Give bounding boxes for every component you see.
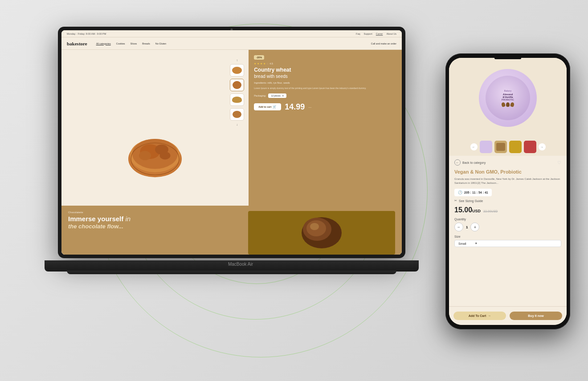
header-phone: Call and make an order +00 54... — [371, 42, 396, 45]
thumb-img-2 — [496, 143, 505, 151]
brand-label: Bakery — [504, 89, 512, 92]
product-title-bold: Country wheat — [254, 67, 291, 73]
thumb-arrow-down[interactable]: ↓ — [236, 123, 238, 126]
quantity-label: Quantity — [454, 218, 561, 221]
nut-2 — [506, 102, 510, 107]
price-row: 15.00USD 22.00USD — [454, 206, 561, 214]
phone-back-row: ← Back to category ♡ — [454, 159, 561, 166]
add-to-cart-button[interactable]: Add to cart 🛒 — [254, 103, 281, 110]
product-thumbnails: ↑ — [230, 59, 244, 126]
packaging-value: 12 pieces — [271, 94, 280, 97]
size-chevron: ▾ — [475, 242, 477, 245]
thumbnail-1[interactable] — [230, 64, 244, 77]
phone-add-cart-label: Add To Cart — [469, 314, 486, 317]
sizing-row[interactable]: ✂ See Sizing Guide — [454, 199, 561, 203]
star-1: ★ — [254, 62, 256, 65]
phone-screen: Bakery Almond &Vanilla PROBIOTIC — [449, 58, 567, 325]
back-to-category-btn[interactable]: ← Back to category — [454, 159, 486, 166]
topbar-faq[interactable]: Faq — [356, 32, 360, 35]
nav-slices[interactable]: Slices — [131, 42, 137, 45]
website: Monday - Friday: 8:00 AM - 9:00 PM Faq S… — [61, 30, 402, 255]
quantity-row: − 1 + — [454, 223, 561, 231]
size-label: Size — [454, 235, 561, 238]
site-bottom: Chocolaterie Immerse yourself in the cho… — [61, 206, 402, 255]
packaging-chevron: ▾ — [282, 94, 284, 97]
quantity-increase-button[interactable]: + — [470, 223, 479, 231]
product-price: 14.99 — [285, 102, 305, 112]
site-topbar: Monday - Friday: 8:00 AM - 9:00 PM Faq S… — [61, 30, 402, 37]
phone-thumb-4[interactable] — [524, 141, 536, 153]
laptop-device: Monday - Friday: 8:00 AM - 9:00 PM Faq S… — [58, 27, 423, 338]
phone-thumb-3[interactable] — [509, 141, 522, 153]
buy-now-label: Buy it now — [528, 314, 543, 317]
back-label: Back to category — [462, 161, 486, 164]
topbar-carrer[interactable]: Carrer — [376, 32, 383, 35]
laptop-screen-frame: Monday - Friday: 8:00 AM - 9:00 PM Faq S… — [58, 27, 405, 258]
topbar-about[interactable]: About Us — [386, 32, 396, 35]
product-ingredients: Ingredients: milk, rye flour, seeds — [254, 81, 396, 84]
bottom-title-bold: Immerse yourself — [68, 215, 123, 223]
price-value: 15.00 — [454, 206, 472, 214]
star-3: ★ — [260, 62, 262, 65]
nav-breads[interactable]: Breads — [142, 42, 150, 45]
product-type: PROBIOTIC — [502, 98, 514, 101]
laptop-label: MacBook Air — [228, 262, 253, 267]
product-stars: ★ ★ ★ ★ ☆ 4.5 — [254, 62, 396, 65]
size-select[interactable]: Small ▾ — [454, 240, 561, 247]
packaging-row: Packaging: 12 pieces ▾ — [254, 93, 396, 98]
scene: Monday - Friday: 8:00 AM - 9:00 PM Faq S… — [0, 0, 588, 381]
nav-cookies[interactable]: Cookies — [116, 42, 125, 45]
phone-product-body: ← Back to category ♡ Vegan & Non GMO, Pr… — [449, 156, 567, 306]
phone-product-image: Bakery Almond &Vanilla PROBIOTIC — [479, 69, 537, 127]
bread-illustration — [122, 126, 188, 179]
thumb-next-arrow[interactable]: → — [539, 143, 546, 150]
nav-all-categories[interactable]: All categories — [96, 42, 111, 45]
thumb-img-3 — [511, 142, 520, 151]
star-2: ★ — [257, 62, 259, 65]
thumbnail-2[interactable] — [230, 79, 244, 91]
phone-thumbnails-row: ← → — [449, 138, 567, 156]
site-nav: All categories Cookies Slices Breads No … — [96, 42, 371, 45]
buy-now-button[interactable]: Buy it now — [510, 312, 562, 320]
scissors-icon: ✂ — [454, 199, 457, 203]
phone-add-to-cart-button[interactable]: Add To Cart → — [453, 312, 506, 320]
bottom-category: Chocolaterie — [68, 211, 248, 214]
topbar-nav: Faq Support Carrer About Us — [356, 32, 396, 35]
phone-body: Bakery Almond &Vanilla PROBIOTIC — [445, 53, 570, 329]
phone-notch — [494, 57, 521, 59]
bottom-title-italic: in — [125, 215, 131, 223]
phone-label: Call and make an order — [371, 42, 396, 45]
thumb-img-4 — [526, 142, 535, 151]
thumbnail-3[interactable] — [230, 93, 244, 106]
phone-thumb-1[interactable] — [480, 141, 492, 153]
bottom-right-image — [248, 211, 395, 255]
countdown-time: 205 : 11 : 54 : 41 — [464, 191, 488, 194]
cart-icon: 🛒 — [273, 105, 277, 109]
chocolate-illustration — [295, 215, 348, 251]
nut-3 — [510, 102, 514, 107]
clock-icon: 🕐 — [458, 190, 462, 195]
quantity-decrease-button[interactable]: − — [454, 223, 463, 231]
site-logo[interactable]: bakestore — [67, 41, 87, 46]
thumb-arrow-up[interactable]: ↑ — [236, 59, 238, 62]
laptop-screen: Monday - Friday: 8:00 AM - 9:00 PM Faq S… — [61, 30, 402, 255]
product-title-regular: bread with seeds — [254, 74, 288, 79]
add-to-cart-label: Add to cart — [258, 105, 271, 108]
nuts-row — [502, 102, 514, 107]
site-header: bakestore All categories Cookies Slices … — [61, 37, 402, 50]
topbar-hours: Monday - Friday: 8:00 AM - 9:00 PM — [67, 32, 106, 35]
countdown-row: 🕐 205 : 11 : 54 : 41 — [454, 189, 492, 196]
thumbnail-4[interactable] — [230, 108, 244, 121]
laptop-foot — [67, 271, 396, 274]
add-to-cart-row: Add to cart 🛒 14.99 — — [254, 102, 396, 112]
topbar-support[interactable]: Support — [364, 32, 372, 35]
phone-thumb-2[interactable] — [494, 141, 507, 153]
favorite-icon[interactable]: ♡ — [557, 160, 561, 165]
nav-no-gluten[interactable]: No Gluten — [155, 42, 167, 45]
phone-bottom-buttons: Add To Cart → Buy it now — [449, 306, 567, 325]
back-circle: ← — [454, 159, 461, 166]
thumb-prev-arrow[interactable]: ← — [470, 143, 478, 150]
packaging-select[interactable]: 12 pieces ▾ — [268, 93, 286, 98]
product-rating: 4.5 — [270, 62, 273, 65]
product-title: Country wheat bread with seeds — [254, 67, 396, 80]
